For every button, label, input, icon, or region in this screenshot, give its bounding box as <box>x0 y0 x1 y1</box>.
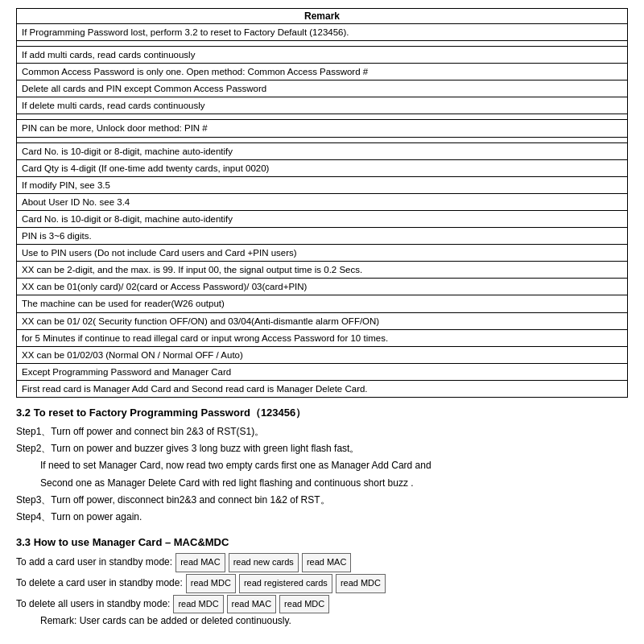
table-spacer <box>17 137 628 142</box>
table-row: PIN is 3~6 digits. <box>17 228 628 245</box>
step-line: Step4、Turn on power again. <box>16 510 628 525</box>
manager-card-button[interactable]: read MAC <box>227 595 277 614</box>
manager-card-button[interactable]: read new cards <box>229 553 299 572</box>
section33-line: To delete a card user in standby mode:re… <box>16 574 628 593</box>
table-row: Use to PIN users (Do not include Card us… <box>17 245 628 262</box>
table-row: Card No. is 10-digit or 8-digit, machine… <box>17 142 628 159</box>
manager-card-button[interactable]: read registered cards <box>239 574 332 593</box>
section33-remark: Remark: User cards can be added or delet… <box>40 615 628 626</box>
table-row: Card No. is 10-digit or 8-digit, machine… <box>17 210 628 227</box>
table-row: Delete all cards and PIN except Common A… <box>17 80 628 97</box>
section32-heading: 3.2 To reset to Factory Programming Pass… <box>16 406 628 420</box>
section33-line: To delete all users in standby mode:read… <box>16 595 628 614</box>
remark-table: Remark If Programming Password lost, per… <box>16 8 628 398</box>
table-row: XX can be 01(only card)/ 02(card or Acce… <box>17 279 628 295</box>
table-row: About User ID No. see 3.4 <box>17 193 628 210</box>
manager-card-button[interactable]: read MDC <box>279 595 329 614</box>
table-row: Except Programming Password and Manager … <box>17 363 628 380</box>
table-row: for 5 Minutes if continue to read illega… <box>17 329 628 346</box>
table-row: If delete multi cards, read cards contin… <box>17 97 628 114</box>
table-row: If Programming Password lost, perform 3.… <box>17 24 628 41</box>
table-row: XX can be 01/ 02( Security function OFF/… <box>17 312 628 329</box>
section33-heading: 3.3 How to use Manager Card – MAC&MDC <box>16 536 628 548</box>
table-row: The machine can be used for reader(W26 o… <box>17 295 628 312</box>
table-row: If add multi cards, read cards continuou… <box>17 47 628 64</box>
table-row: XX can be 2-digit, and the max. is 99. I… <box>17 262 628 279</box>
step-line: Second one as Manager Delete Card with r… <box>40 476 628 491</box>
table-row: Card Qty is 4-digit (If one-time add twe… <box>17 159 628 176</box>
section33-line: To add a card user in standby mode:read … <box>16 553 628 572</box>
table-row: If modify PIN, see 3.5 <box>17 176 628 193</box>
line-prefix: To delete all users in standby mode: <box>16 596 170 613</box>
step-line: Step1、Turn off power and connect bin 2&3… <box>16 424 628 440</box>
manager-card-button[interactable]: read MDC <box>173 595 223 614</box>
line-prefix: To add a card user in standby mode: <box>16 554 172 572</box>
table-spacer <box>17 114 628 120</box>
manager-card-button[interactable]: read MDC <box>336 574 386 593</box>
table-row: Common Access Password is only one. Open… <box>17 64 628 80</box>
table-row: PIN can be more, Unlock door method: PIN… <box>17 120 628 137</box>
manager-card-button[interactable]: read MAC <box>175 553 225 572</box>
manager-card-button[interactable]: read MAC <box>302 553 352 572</box>
line-prefix: To delete a card user in standby mode: <box>16 575 183 592</box>
table-row: XX can be 01/02/03 (Normal ON / Normal O… <box>17 346 628 363</box>
step-line: Step3、Turn off power, disconnect bin2&3 … <box>16 493 628 508</box>
step-line: If need to set Manager Card, now read tw… <box>40 458 628 473</box>
table-spacer <box>17 41 628 47</box>
table-row: First read card is Manager Add Card and … <box>17 380 628 397</box>
table-header: Remark <box>17 9 628 24</box>
step-line: Step2、Turn on power and buzzer gives 3 l… <box>16 441 628 456</box>
manager-card-button[interactable]: read MDC <box>186 574 236 593</box>
